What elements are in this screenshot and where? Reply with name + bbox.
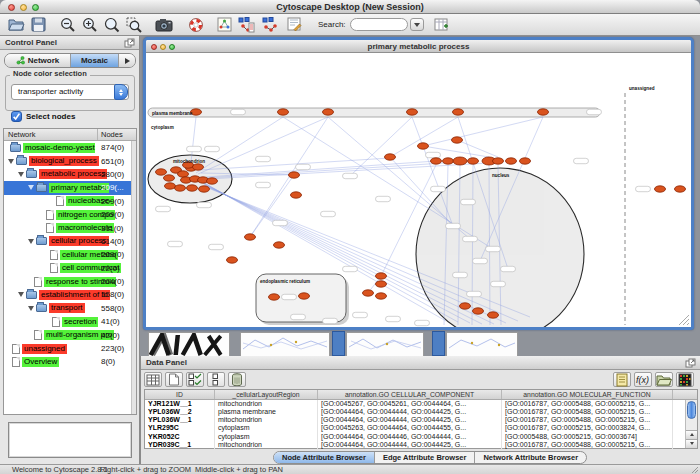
network-canvas[interactable]: plasma membranecytoplasmmitochondrionnuc… [146,53,691,327]
network-node[interactable] [407,109,418,115]
zoom-window-icon[interactable] [32,4,39,11]
network-node[interactable] [164,175,175,181]
network-node[interactable] [453,157,467,165]
minimize-view-icon[interactable] [160,44,166,50]
close-window-icon[interactable] [8,4,15,11]
network-node[interactable] [473,308,484,314]
tab-network-attribute-browser[interactable]: Network Attribute Browser [475,452,586,463]
network-node[interactable] [227,257,238,263]
vizmapper-icon[interactable] [284,15,304,34]
float-panel-icon[interactable] [685,358,696,368]
network-node[interactable] [385,154,396,160]
tab-node-attribute-browser[interactable]: Node Attribute Browser [274,452,375,463]
new-table-icon[interactable] [432,15,452,34]
zoom-fit-icon[interactable] [102,15,122,34]
disclosure-triangle-icon[interactable] [28,185,34,190]
tree-row[interactable]: mosaic-demo-yeast874(0) [4,141,136,154]
network-node[interactable] [299,293,310,299]
table-row[interactable]: YPL036W__2plasma membrane[GO:0044464, GO… [145,408,697,416]
network-node[interactable] [274,242,285,248]
zoom-view-icon[interactable] [169,44,175,50]
network-node[interactable] [156,169,167,175]
network-node[interactable] [376,281,387,287]
network-node[interactable] [363,290,374,296]
formula-icon[interactable]: f(x) [634,372,652,387]
col-region[interactable]: _cellularLayoutRegion [215,390,318,399]
table-row[interactable]: YLR295Ccytoplasm[GO:0045263, GO:0044464,… [145,424,697,432]
network-node[interactable] [175,185,186,191]
unselect-attr-icon[interactable] [207,372,225,387]
background-window[interactable] [148,332,230,356]
tree-row[interactable]: unassigned223(0) [4,342,136,355]
col-cellular-component[interactable]: annotation.GO CELLULAR_COMPONENT [318,390,502,399]
col-molecular-function[interactable]: annotation.GO MOLECULAR_FUNCTION [502,390,673,399]
background-window[interactable] [446,332,518,356]
tree-row[interactable]: multi-organism pro42(0) [4,328,136,341]
import-icon[interactable] [655,372,673,387]
float-panel-icon[interactable] [124,38,135,48]
tree-row[interactable]: nitrogen compo209(0) [4,208,136,221]
close-view-icon[interactable] [151,44,157,50]
tree-row[interactable]: cell communicat22(0) [4,262,136,275]
save-icon[interactable] [28,15,48,34]
network-node[interactable] [460,303,471,309]
network-node[interactable] [376,273,387,279]
col-id[interactable]: ID [145,390,215,399]
zoom-out-icon[interactable] [58,15,78,34]
tree-col-nodes[interactable]: Nodes [98,129,136,140]
network-node[interactable] [488,312,499,318]
network-node[interactable] [493,158,504,164]
tree-row[interactable]: transport558(0) [4,302,136,315]
network-node[interactable] [165,183,176,189]
search-options-button[interactable] [410,18,424,31]
open-icon[interactable] [6,15,26,34]
tree-row[interactable]: cellular process614(0) [4,235,136,248]
table-row[interactable]: YDR039C__1mitochondrion[GO:0044464, GO:0… [145,441,697,449]
tree-row[interactable]: cellular metabo209(0) [4,248,136,261]
tree-row[interactable]: establishment of lo558(0) [4,288,136,301]
tree-row[interactable]: Overview8(0) [4,355,136,368]
node-color-dropdown[interactable]: transporter activity [11,84,129,100]
network-node[interactable] [453,109,464,115]
network-node[interactable] [245,234,256,240]
background-window[interactable] [240,332,330,356]
scroll-down-icon[interactable] [686,439,697,448]
network-node[interactable] [443,158,454,164]
network-node[interactable] [506,158,517,164]
network-node[interactable] [675,186,686,192]
disclosure-triangle-icon[interactable] [8,159,14,164]
disclosure-triangle-icon[interactable] [28,306,34,311]
minimize-window-icon[interactable] [20,4,27,11]
tree-row[interactable]: response to stimulu264(0) [4,275,136,288]
select-nodes-checkbox[interactable] [11,111,22,122]
tab-network[interactable]: Network [5,54,71,67]
network-node[interactable] [269,294,280,300]
tree-scrollbar[interactable] [131,141,136,414]
network-overview-icon[interactable] [214,15,234,34]
tree-row[interactable]: biological_process651(0) [4,154,136,167]
network-node[interactable] [323,109,334,115]
table-row[interactable]: YPL036W__1mitochondrion[GO:0044464, GO:0… [145,416,697,424]
new-attr-icon[interactable] [165,372,183,387]
table-scrollbar[interactable] [685,400,697,448]
network-node[interactable] [376,293,387,299]
network-node[interactable] [452,137,463,143]
notes-icon[interactable] [613,372,631,387]
help-icon[interactable] [186,15,206,34]
network-node[interactable] [193,164,204,170]
zoom-selected-icon[interactable] [124,15,144,34]
select-attr-icon[interactable] [186,372,204,387]
background-window[interactable] [346,332,424,356]
network-node[interactable] [655,186,666,192]
tab-edge-attribute-browser[interactable]: Edge Attribute Browser [375,452,475,463]
tab-mosaic[interactable]: Mosaic [71,54,119,67]
delete-attr-icon[interactable] [228,372,246,387]
tree-row[interactable]: nucleobase-209(0) [4,195,136,208]
tab-overflow-button[interactable] [119,54,135,67]
network-node[interactable] [278,109,289,115]
network-node[interactable] [178,171,189,177]
disclosure-triangle-icon[interactable] [18,172,24,177]
tree-row[interactable]: metabolic process280(0) [4,168,136,181]
network-node[interactable] [418,143,429,149]
disclosure-triangle-icon[interactable] [28,239,34,244]
